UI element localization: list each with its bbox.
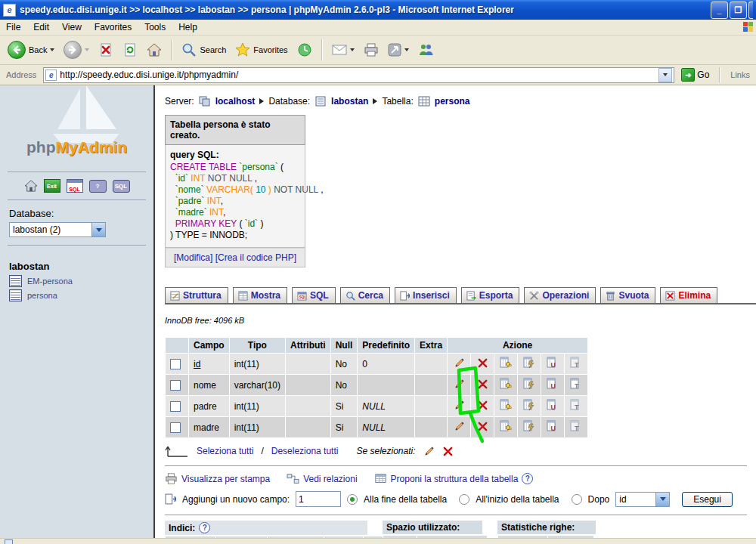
search-button[interactable]: Search [178, 41, 229, 59]
relations-label[interactable]: Vedi relazioni [303, 474, 357, 484]
after-field-select[interactable]: id [615, 492, 670, 507]
index-icon[interactable] [523, 357, 535, 369]
messenger-button[interactable] [415, 42, 436, 58]
menu-tools[interactable]: Tools [144, 22, 166, 32]
edit-pencil-icon[interactable] [454, 400, 465, 411]
breadcrumb-database-link[interactable]: labostan [331, 96, 368, 107]
select-all-link[interactable]: Seleziona tutti [197, 446, 253, 456]
mail-dropdown-icon[interactable] [350, 48, 355, 51]
radio-after-label[interactable]: Dopo [588, 494, 610, 505]
tab-operazioni[interactable]: Operazioni [524, 287, 596, 303]
unique-icon[interactable]: U [547, 399, 559, 411]
row-checkbox[interactable] [170, 401, 181, 412]
radio-at-begin[interactable] [459, 494, 469, 505]
help-bubble-icon[interactable]: ? [89, 180, 107, 193]
primary-key-icon[interactable] [500, 357, 512, 369]
field-name[interactable]: id [194, 359, 200, 369]
breadcrumb-table-link[interactable]: persona [435, 96, 470, 107]
tab-elimina[interactable]: Elimina [660, 287, 717, 303]
history-button[interactable] [294, 41, 315, 59]
sql-window-icon[interactable]: SQL [67, 179, 83, 193]
minimize-button[interactable]: _ [711, 2, 728, 19]
print-view-label[interactable]: Visualizza per stampa [181, 474, 270, 484]
logout-exit-icon[interactable]: Exit [44, 179, 60, 193]
edit-button[interactable] [385, 42, 412, 58]
unique-icon[interactable]: U [547, 378, 559, 390]
edit-dropdown-icon[interactable] [404, 48, 409, 51]
radio-at-end-label[interactable]: Alla fine della tabella [364, 494, 447, 505]
refresh-button[interactable] [119, 41, 141, 59]
sidebar-table-persona[interactable]: persona [9, 289, 144, 301]
address-input[interactable]: e http://speedy.educ.disi.unige.it/phpmy… [43, 67, 674, 83]
home-button[interactable] [144, 41, 165, 59]
table-link[interactable]: persona [27, 291, 57, 300]
index-icon[interactable] [523, 378, 535, 390]
esegui-button[interactable]: Esegui [682, 492, 733, 507]
select-dropdown-icon[interactable] [91, 223, 105, 236]
sidebar-table-em-persona[interactable]: EM-persona [9, 275, 144, 287]
menu-file[interactable]: File [6, 22, 20, 32]
mail-button[interactable] [329, 42, 358, 57]
print-view-link[interactable]: Visualizza per stampa [165, 473, 270, 484]
row-checkbox[interactable] [170, 422, 181, 433]
database-select[interactable]: labostan (2) [9, 222, 106, 237]
deselect-all-link[interactable]: Deseleziona tutti [271, 446, 339, 456]
close-button[interactable] [748, 2, 753, 19]
edit-sql-link[interactable]: [Modifica] [174, 252, 212, 263]
radio-at-end[interactable] [347, 494, 358, 505]
back-button[interactable]: Back [5, 39, 57, 60]
edit-pencil-icon[interactable] [454, 357, 465, 369]
propose-structure-label[interactable]: Proponi la struttura della tabella [391, 474, 519, 484]
primary-key-icon[interactable] [500, 420, 512, 432]
row-checkbox[interactable] [170, 380, 181, 391]
address-dropdown-button[interactable] [658, 68, 672, 82]
sql-history-bubble-icon[interactable]: SQL [113, 180, 130, 193]
links-label[interactable]: Links [730, 70, 750, 79]
print-button[interactable] [361, 42, 382, 58]
drop-x-icon[interactable] [442, 446, 454, 457]
tab-mostra[interactable]: Mostra [233, 287, 287, 303]
radio-at-begin-label[interactable]: All'inizio della tabella [476, 494, 559, 505]
home-icon[interactable] [24, 180, 38, 192]
primary-key-icon[interactable] [500, 378, 512, 390]
menu-edit[interactable]: Edit [33, 22, 49, 32]
breadcrumb-server-link[interactable]: localhost [215, 96, 256, 107]
drop-x-icon[interactable] [477, 379, 488, 390]
propose-structure-link[interactable]: Proponi la struttura della tabella ? [374, 473, 534, 484]
maximize-button[interactable]: ❐ [730, 2, 747, 19]
stop-button[interactable] [95, 41, 116, 59]
fulltext-icon[interactable]: T [570, 399, 582, 411]
help-icon[interactable]: ? [522, 473, 533, 484]
index-icon[interactable] [523, 420, 535, 432]
radio-after[interactable] [572, 494, 582, 505]
unique-icon[interactable]: U [547, 357, 559, 369]
help-icon[interactable]: ? [199, 522, 210, 533]
fulltext-icon[interactable]: T [570, 357, 582, 369]
tab-cerca[interactable]: Cerca [340, 287, 390, 303]
edit-pencil-icon[interactable] [454, 379, 465, 390]
fulltext-icon[interactable]: T [570, 378, 582, 390]
forward-button[interactable] [60, 39, 92, 60]
tab-inserisci[interactable]: Inserisci [395, 287, 457, 303]
menu-help[interactable]: Help [178, 22, 197, 32]
drop-x-icon[interactable] [477, 357, 488, 369]
drop-x-icon[interactable] [477, 421, 488, 432]
relations-link[interactable]: Vedi relazioni [287, 473, 357, 484]
edit-pencil-icon[interactable] [454, 421, 465, 432]
go-button[interactable]: ➜ Go [678, 67, 712, 82]
menu-view[interactable]: View [62, 22, 82, 32]
primary-key-icon[interactable] [500, 399, 512, 411]
menu-favorites[interactable]: Favorites [94, 22, 132, 32]
tab-struttura[interactable]: Struttura [165, 287, 228, 303]
row-checkbox[interactable] [170, 359, 181, 369]
select-dropdown-icon[interactable] [655, 493, 669, 506]
index-icon[interactable] [523, 399, 535, 411]
create-php-code-link[interactable]: [Crea il codice PHP] [215, 252, 296, 263]
back-dropdown-icon[interactable] [50, 48, 54, 51]
edit-pencil-icon[interactable] [423, 446, 435, 457]
favorites-button[interactable]: Favorites [232, 41, 290, 59]
tab-sql[interactable]: SQL SQL [292, 287, 336, 303]
unique-icon[interactable]: U [547, 420, 559, 432]
table-link[interactable]: EM-persona [27, 277, 73, 286]
drop-x-icon[interactable] [477, 400, 488, 411]
